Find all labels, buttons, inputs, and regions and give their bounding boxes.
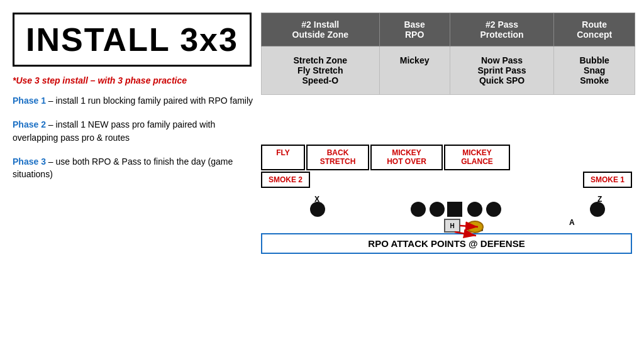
mickey-hot-box: MICKEYHOT OVER [370,145,443,170]
phase1-dash: – [46,96,53,106]
left-panel: INSTALL 3x3 *Use 3 step install – with 3… [13,13,258,192]
main-title: INSTALL 3x3 [26,21,238,58]
player-center [447,202,462,217]
phase1-block: Phase 1 – install 1 run blocking family … [13,94,258,107]
phase1-label: Phase 1 [13,96,46,106]
diagram-section: FLY BACKSTRETCH MICKEYHOT OVER MICKEYGLA… [261,145,632,258]
phase1-text: install 1 run blocking family paired wit… [53,96,253,106]
fly-box: FLY [261,145,305,170]
table-section: #2 InstallOutside Zone BaseRPO #2 PassPr… [261,13,635,95]
player-x [310,202,325,217]
field-diagram: FLY BACKSTRETCH MICKEYHOT OVER MICKEYGLA… [261,145,632,258]
cell-pass-pro: Now PassSprint PassQuick SPO [450,47,554,95]
col-header-2: BaseRPO [379,13,450,47]
cell-rpo: Mickey [379,47,450,95]
phase2-label: Phase 2 [13,119,46,129]
players-row: X Z A B H [261,190,632,228]
player-z [590,202,605,217]
player-3 [467,202,482,217]
field-svg: X Z A B H [261,190,632,241]
title-box: INSTALL 3x3 [13,13,252,67]
col-header-3: #2 PassProtection [450,13,554,47]
cell-route: BubbleSnagSmoke [554,47,635,95]
smoke1-box: SMOKE 1 [583,172,632,188]
phase3-label: Phase 3 [13,156,46,167]
top-boxes-row: FLY BACKSTRETCH MICKEYHOT OVER MICKEYGLA… [261,145,632,170]
subtitle: *Use 3 step install – with 3 phase pract… [13,75,258,85]
phase2-dash: – [46,119,53,129]
phase3-block: Phase 3 – use both RPO & Pass to finish … [13,155,258,181]
col-header-4: RouteConcept [554,13,635,47]
player-4 [486,202,501,217]
smoke2-box: SMOKE 2 [261,172,310,188]
cell-run: Stretch ZoneFly StretchSpeed-O [262,47,380,95]
a-label: A [569,218,575,227]
player-1 [411,202,426,217]
h-label: H [450,222,454,229]
phase3-dash: – [46,156,53,167]
install-table: #2 InstallOutside Zone BaseRPO #2 PassPr… [261,13,635,95]
player-2 [430,202,445,217]
mickey-glance-box: MICKEYGLANCE [444,145,510,170]
back-stretch-box: BACKSTRETCH [306,145,369,170]
phase2-block: Phase 2 – install 1 NEW pass pro family … [13,118,258,144]
second-row: SMOKE 2 SMOKE 1 [261,172,632,188]
col-header-1: #2 InstallOutside Zone [262,13,380,47]
